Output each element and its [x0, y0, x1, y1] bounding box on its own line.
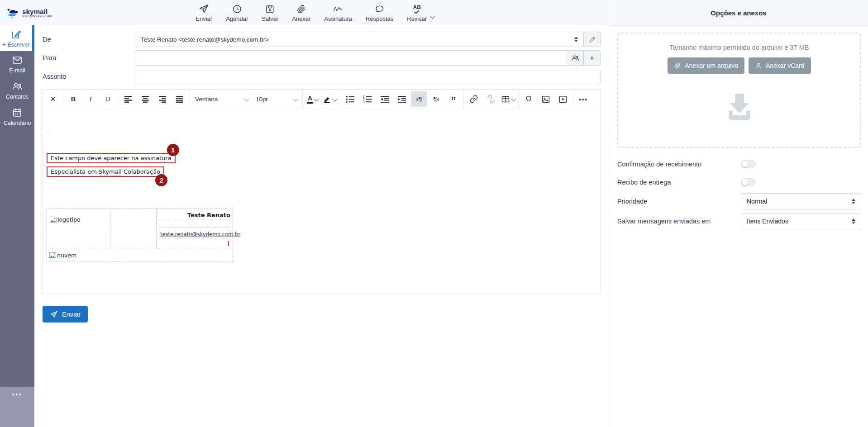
- sidebar-item-contatos[interactable]: Contatos: [0, 77, 34, 104]
- editor-body[interactable]: -- Este campo deve aparecer na assinatur…: [43, 109, 600, 294]
- topbar: skymail soluções em nuvem Enviar Agendar: [0, 0, 609, 26]
- responses-action-label: Respostas: [366, 15, 393, 22]
- indent-button[interactable]: [394, 91, 410, 107]
- underline-button[interactable]: U: [100, 91, 116, 107]
- logo-name: skymail: [22, 8, 52, 15]
- priority-value: Normal: [747, 198, 767, 205]
- send-button[interactable]: Enviar: [43, 306, 88, 323]
- subject-input[interactable]: [135, 69, 601, 84]
- bullet-list-button[interactable]: [342, 91, 358, 107]
- sidebar-item-email[interactable]: E-mail: [0, 51, 34, 77]
- select-arrows-icon: [574, 37, 578, 42]
- attachment-dropzone[interactable]: Tamanho máximo permitido do arquivo é 37…: [617, 33, 861, 148]
- insert-link-button[interactable]: [466, 91, 482, 107]
- schedule-action[interactable]: Agendar: [226, 4, 248, 22]
- review-action-label: Revisar: [407, 15, 427, 22]
- from-select-value: Teste Renato <teste.renato@skydemo.com.b…: [141, 36, 269, 43]
- logo-tagline: soluções em nuvem: [22, 15, 52, 18]
- font-family-select[interactable]: Verdana: [191, 91, 252, 107]
- options-panel-header: Opções e anexos: [609, 0, 868, 26]
- review-action[interactable]: AB Revisar: [407, 4, 427, 22]
- attach-action[interactable]: Anexar: [292, 4, 310, 22]
- align-justify-button[interactable]: [172, 91, 188, 107]
- read-receipt-toggle[interactable]: [741, 160, 756, 168]
- chevron-down-icon: [293, 96, 298, 101]
- more-tools-button[interactable]: •••: [575, 91, 591, 107]
- review-dropdown-caret[interactable]: [430, 13, 434, 19]
- people-icon: [571, 54, 580, 62]
- attach-vcard-button[interactable]: Anexar vCard: [749, 57, 811, 74]
- signature-action[interactable]: Assinatura: [324, 4, 352, 22]
- signature-email-link[interactable]: teste.renato@skydemo.com.br: [160, 231, 240, 237]
- align-left-button[interactable]: [120, 91, 136, 107]
- font-size-select[interactable]: 10pt: [252, 91, 301, 107]
- align-center-button[interactable]: [137, 91, 153, 107]
- sidebar-item-escrever[interactable]: + Escrever: [0, 25, 34, 51]
- svg-text:3: 3: [363, 100, 365, 103]
- indent-icon: [397, 95, 406, 103]
- person-icon: [755, 62, 762, 69]
- text-color-button[interactable]: A: [305, 91, 321, 107]
- address-book-button[interactable]: [567, 50, 584, 66]
- close-editor-button[interactable]: ✕: [45, 91, 61, 107]
- highlight-color-button[interactable]: [322, 91, 338, 107]
- direction-rtl-button[interactable]: ¶‹: [428, 91, 444, 107]
- paper-plane-icon: [50, 310, 58, 318]
- attach-vcard-label: Anexar vCard: [766, 62, 805, 69]
- attach-file-button[interactable]: Anexar um arquivo: [668, 57, 744, 74]
- sidebar-item-calendario[interactable]: Calendário: [0, 104, 34, 130]
- image-icon: [541, 95, 550, 104]
- save-sent-select[interactable]: Itens Enviados: [741, 213, 861, 229]
- signature-row-2: nuvem: [47, 249, 233, 261]
- font-family-value: Verdana: [195, 96, 218, 103]
- direction-ltr-button[interactable]: ›¶: [411, 91, 427, 107]
- add-recipient-button[interactable]: +: [584, 50, 601, 66]
- signature-table[interactable]: logotipo Teste Renato teste.renato@skyde…: [47, 209, 233, 261]
- select-arrows-icon: [852, 218, 855, 224]
- text-cursor: [228, 241, 229, 246]
- annotation-2-prefix: Especialista em: [51, 168, 99, 175]
- align-right-button[interactable]: [154, 91, 171, 107]
- align-justify-icon: [176, 95, 184, 103]
- attach-action-label: Anexar: [292, 15, 310, 22]
- save-action[interactable]: Salvar: [262, 4, 278, 22]
- paperclip-icon: [674, 62, 681, 69]
- insert-table-button[interactable]: [500, 91, 516, 107]
- clock-icon: [232, 4, 242, 14]
- outdent-button[interactable]: [377, 91, 393, 107]
- bold-button[interactable]: B: [65, 91, 81, 107]
- to-row: Para +: [43, 50, 601, 66]
- insert-image-button[interactable]: [538, 91, 554, 107]
- rtl-paragraph-icon: ¶‹: [434, 95, 439, 103]
- close-icon: ✕: [50, 95, 56, 104]
- signature-empty-field: [159, 220, 230, 228]
- sidebar-item-escrever-label: + Escrever: [2, 42, 29, 48]
- ellipsis-icon: •••: [579, 96, 588, 103]
- send-action[interactable]: Enviar: [196, 4, 212, 22]
- responses-action[interactable]: Respostas: [366, 4, 393, 22]
- remove-link-button[interactable]: [483, 91, 499, 107]
- italic-button[interactable]: I: [82, 91, 99, 107]
- sidebar-footer: •••: [0, 387, 34, 427]
- to-input[interactable]: [135, 50, 567, 66]
- font-size-value: 10pt: [256, 96, 267, 103]
- signature-name: Teste Renato: [159, 212, 230, 218]
- blockquote-button[interactable]: ”: [445, 91, 462, 107]
- delivery-receipt-toggle[interactable]: [741, 178, 756, 186]
- insert-media-button[interactable]: [555, 91, 571, 107]
- webmail-app: skymail soluções em nuvem Enviar Agendar: [0, 0, 868, 427]
- special-char-button[interactable]: Ω: [520, 91, 537, 107]
- edit-identity-button[interactable]: [584, 32, 601, 47]
- rich-text-editor: ✕ B I U: [43, 89, 601, 294]
- select-arrows-icon: [852, 199, 855, 204]
- sidebar-more-button[interactable]: •••: [0, 387, 34, 398]
- align-center-icon: [141, 95, 149, 103]
- paper-plane-icon: [199, 4, 209, 14]
- priority-select[interactable]: Normal: [741, 193, 861, 209]
- nuvem-alt-text: nuvem: [57, 252, 76, 259]
- toggle-knob: [742, 161, 748, 167]
- align-right-icon: [158, 95, 167, 103]
- media-play-icon: [558, 95, 568, 104]
- numbered-list-button[interactable]: 123: [359, 91, 376, 107]
- from-select[interactable]: Teste Renato <teste.renato@skydemo.com.b…: [135, 32, 584, 47]
